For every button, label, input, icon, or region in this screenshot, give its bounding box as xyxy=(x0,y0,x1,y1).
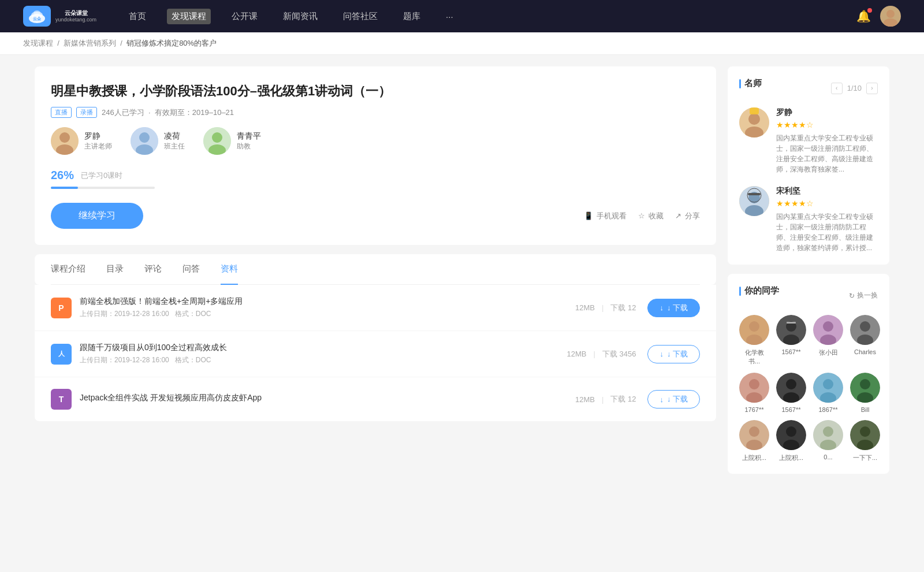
notification-dot xyxy=(867,8,872,13)
user-avatar[interactable] xyxy=(880,6,901,27)
classmate-2-avatar xyxy=(776,315,806,345)
share-icon: ↗ xyxy=(675,211,681,220)
teachers-row: 罗静 主讲老师 凌荷 班主任 xyxy=(51,127,700,155)
classmate-4-name: Charles xyxy=(854,348,876,355)
svg-point-59 xyxy=(860,426,870,437)
svg-point-53 xyxy=(786,426,796,437)
classmate-3-name: 张小田 xyxy=(819,348,838,357)
progress-bar-bg xyxy=(51,187,155,189)
refresh-icon: ↻ xyxy=(849,292,855,300)
classmate-11[interactable]: 0... xyxy=(813,420,843,462)
download-icon: ↓ xyxy=(660,395,664,404)
classmate-12-avatar xyxy=(850,420,880,450)
nav-news[interactable]: 新闻资讯 xyxy=(278,9,322,24)
action-icons: 📱 手机观看 ☆ 收藏 ↗ 分享 xyxy=(584,211,700,221)
course-card: 明星中教授课，小学阶段语法100分–强化级第1讲动词（一） 直播 录播 246人… xyxy=(35,66,716,245)
sidebar-teacher-1: 罗静 ★★★★☆ 国内某重点大学安全工程专业硕士，国家一级注册消防工程师、注册安… xyxy=(739,107,878,174)
tab-review[interactable]: 评论 xyxy=(144,254,162,285)
classmates-title: 你的同学 xyxy=(739,285,779,296)
svg-point-50 xyxy=(749,426,759,437)
nav-home[interactable]: 首页 xyxy=(124,9,151,24)
sidebar-teacher-2-info: 宋利坚 ★★★★☆ 国内某重点大学安全工程专业硕士，国家一级注册消防防工程师、注… xyxy=(776,186,878,253)
nav-exam[interactable]: 题库 xyxy=(398,9,425,24)
progress-area: 26% 已学习0课时 xyxy=(51,169,700,189)
sidebar-teacher-2-stars: ★★★★☆ xyxy=(776,199,878,208)
tabs-card: 课程介绍 目录 评论 问答 资料 xyxy=(35,254,716,285)
file-stats-3: 12MB | 下载 12 xyxy=(575,394,636,404)
svg-rect-18 xyxy=(750,107,759,114)
breadcrumb-link-1[interactable]: 发现课程 xyxy=(23,39,53,47)
favorite-button[interactable]: ☆ 收藏 xyxy=(638,211,664,221)
svg-rect-22 xyxy=(748,193,761,195)
progress-label: 已学习0课时 xyxy=(81,170,122,181)
classmate-7[interactable]: 1867** xyxy=(813,373,843,413)
download-button-2[interactable]: ↓ ↓ 下载 xyxy=(647,345,700,363)
classmate-3[interactable]: 张小田 xyxy=(813,315,843,366)
badge-live: 直播 xyxy=(51,107,72,118)
teacher-1-avatar xyxy=(51,127,79,155)
notification-bell[interactable]: 🔔 xyxy=(856,9,871,23)
classmate-3-avatar xyxy=(813,315,843,345)
download-icon: ↓ xyxy=(660,350,664,358)
classmate-9-name: 上院积... xyxy=(742,454,766,462)
tab-qa[interactable]: 问答 xyxy=(182,254,200,285)
classmate-6[interactable]: 1567** xyxy=(776,373,806,413)
refresh-button[interactable]: ↻ 换一换 xyxy=(849,291,878,300)
sidebar-teacher-2: 宋利坚 ★★★★☆ 国内某重点大学安全工程专业硕士，国家一级注册消防防工程师、注… xyxy=(739,186,878,253)
files-card: P 前端全栈加强版！前端全栈+全周期+多端应用 上传日期：2019-12-28 … xyxy=(35,285,716,421)
nav-more[interactable]: ··· xyxy=(441,9,458,24)
sidebar-teacher-2-name: 宋利坚 xyxy=(776,186,878,196)
teacher-1-info: 罗静 主讲老师 xyxy=(84,131,112,151)
nav-discover[interactable]: 发现课程 xyxy=(167,9,211,24)
classmate-1[interactable]: 化学教书... xyxy=(739,315,769,366)
svg-point-2 xyxy=(33,10,40,15)
nav-qa[interactable]: 问答社区 xyxy=(338,9,382,24)
action-row: 继续学习 📱 手机观看 ☆ 收藏 ↗ 分享 xyxy=(51,203,700,229)
nav-public[interactable]: 公开课 xyxy=(227,9,262,24)
file-item: P 前端全栈加强版！前端全栈+全周期+多端应用 上传日期：2019-12-28 … xyxy=(35,285,716,331)
breadcrumb-link-2[interactable]: 新媒体营销系列 xyxy=(64,39,116,47)
classmate-8[interactable]: Bill xyxy=(850,373,880,413)
classmate-9[interactable]: 上院积... xyxy=(739,420,769,462)
svg-point-41 xyxy=(786,379,796,389)
classmate-4[interactable]: Charles xyxy=(850,315,880,366)
sidebar-teacher-1-stars: ★★★★☆ xyxy=(776,120,878,129)
tabs: 课程介绍 目录 评论 问答 资料 xyxy=(51,254,700,285)
teachers-next-button[interactable]: › xyxy=(866,83,878,94)
tab-intro[interactable]: 课程介绍 xyxy=(51,254,85,285)
classmate-5[interactable]: 1767** xyxy=(739,373,769,413)
classmate-2[interactable]: 1567** xyxy=(776,315,806,366)
mobile-view-button[interactable]: 📱 手机观看 xyxy=(584,211,627,221)
file-meta-1: 上传日期：2019-12-28 16:00 格式：DOC xyxy=(80,309,575,319)
classmate-12-name: 一下下... xyxy=(853,454,877,462)
file-info-3: Jetpack全组件实战 开发短视频应用高仿皮皮虾App xyxy=(80,393,575,406)
file-meta-2: 上传日期：2019-12-28 16:00 格式：DOC xyxy=(80,355,567,365)
classmate-9-avatar xyxy=(739,420,769,450)
tab-catalog[interactable]: 目录 xyxy=(106,254,124,285)
teachers-sidebar-card: 名师 ‹ 1/10 › 罗静 ★★★★☆ 国内某重点大学安全工程专业硕士，国家一… xyxy=(728,66,889,265)
download-icon: ↓ xyxy=(660,303,664,312)
sidebar-teacher-1-info: 罗静 ★★★★☆ 国内某重点大学安全工程专业硕士，国家一级注册消防工程师、注册安… xyxy=(776,107,878,174)
svg-rect-30 xyxy=(787,322,796,324)
file-info-2: 跟随千万级项目从0到100全过程高效成长 上传日期：2019-12-28 16:… xyxy=(80,343,567,365)
tab-materials[interactable]: 资料 xyxy=(221,254,238,285)
course-badges: 直播 录播 246人已学习 · 有效期至：2019–10–21 xyxy=(51,107,700,118)
logo[interactable]: 云朵 云朵课堂 yundoketang.com xyxy=(23,6,96,27)
sidebar-teacher-2-avatar xyxy=(739,186,769,216)
classmate-10[interactable]: 上院积... xyxy=(776,420,806,462)
continue-button[interactable]: 继续学习 xyxy=(51,203,143,229)
logo-icon: 云朵 xyxy=(23,6,51,27)
classmate-10-name: 上院积... xyxy=(779,454,803,462)
nav-right: 🔔 xyxy=(856,6,901,27)
classmate-11-name: 0... xyxy=(824,454,832,460)
svg-point-5 xyxy=(884,18,897,27)
download-button-3[interactable]: ↓ ↓ 下载 xyxy=(647,390,700,408)
teachers-prev-button[interactable]: ‹ xyxy=(831,83,843,94)
classmate-2-name: 1567** xyxy=(781,348,800,355)
sidebar-teacher-1-desc: 国内某重点大学安全工程专业硕士，国家一级注册消防工程师、注册安全工程师、高级注册… xyxy=(776,133,878,174)
share-button[interactable]: ↗ 分享 xyxy=(675,211,700,221)
classmates-header: 你的同学 ↻ 换一换 xyxy=(739,285,878,306)
classmate-12[interactable]: 一下下... xyxy=(850,420,880,462)
download-button-1[interactable]: ↓ ↓ 下载 xyxy=(647,299,700,317)
teacher-2: 凌荷 班主任 xyxy=(131,127,185,155)
